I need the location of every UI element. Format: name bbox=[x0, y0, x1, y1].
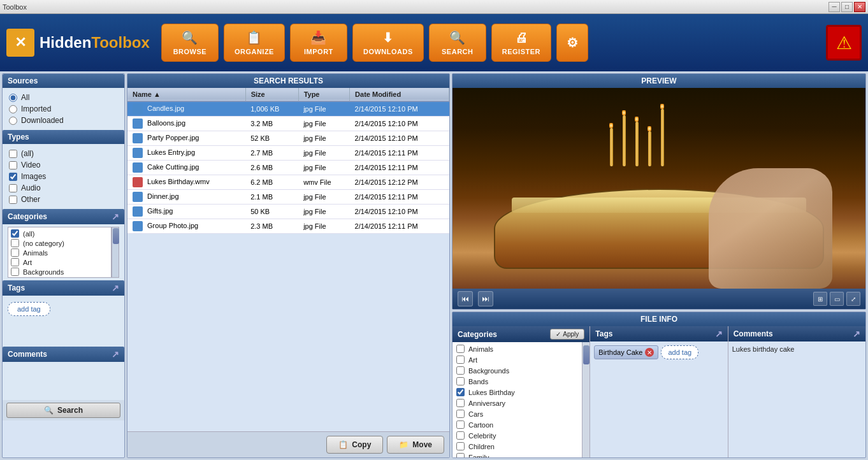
prev-button[interactable]: ⏮ bbox=[458, 291, 473, 306]
logo-toolbox: Toolbox bbox=[91, 34, 150, 51]
categories-section: (all) (no category) Animals Art bbox=[3, 224, 124, 280]
single-view-button[interactable]: ▭ bbox=[830, 292, 844, 306]
copy-button[interactable]: 📋 Copy bbox=[326, 436, 383, 454]
fileinfo-cat-label: Anniversary bbox=[468, 399, 505, 407]
settings-button[interactable]: ⚙ bbox=[556, 24, 588, 62]
file-type-icon bbox=[133, 133, 143, 143]
search-btn-container: 🔍 Search bbox=[3, 400, 124, 420]
categories-scrollbar-thumb bbox=[113, 228, 119, 244]
results-header: SEARCH RESULTS bbox=[127, 74, 449, 88]
fileinfo-cat-label: Family bbox=[468, 454, 489, 458]
fileinfo-cat-row[interactable]: Cars bbox=[454, 408, 581, 419]
file-name: Gifts.jpg bbox=[147, 207, 173, 215]
categories-list: (all) (no category) Animals Art bbox=[8, 227, 112, 278]
candle-5 bbox=[660, 104, 664, 166]
cat-backgrounds[interactable]: Backgrounds bbox=[10, 267, 110, 277]
file-type-icon bbox=[133, 206, 143, 217]
file-date-cell: 2/14/2015 12:11 PM bbox=[350, 146, 449, 161]
close-button[interactable]: ✕ bbox=[854, 2, 865, 12]
fileinfo-cat-row[interactable]: Anniversary bbox=[454, 398, 581, 408]
type-video[interactable]: Video bbox=[9, 159, 118, 171]
organize-button[interactable]: 📋 ORGANIZE bbox=[224, 24, 285, 62]
import-button[interactable]: 📥 IMPORT bbox=[290, 24, 347, 62]
table-row[interactable]: Cake Cutting.jpg 2.6 MB jpg File 2/14/20… bbox=[127, 161, 449, 175]
file-name: Group Photo.jpg bbox=[147, 222, 198, 229]
fileinfo-comments-expand-icon[interactable]: ↗ bbox=[853, 329, 860, 339]
file-name-cell: Cake Cutting.jpg bbox=[127, 161, 245, 175]
table-row[interactable]: Candles.jpg 1,006 KB jpg File 2/14/2015 … bbox=[127, 101, 449, 117]
type-images[interactable]: Images bbox=[9, 171, 118, 182]
downloads-button[interactable]: ⬇ DOWNLOADS bbox=[352, 24, 424, 62]
fileinfo-cat-row[interactable]: Backgrounds bbox=[454, 365, 581, 376]
col-size: Size bbox=[245, 88, 298, 101]
logo-area: ✕ HiddenToolbox bbox=[6, 29, 150, 57]
source-imported-label: Imported bbox=[21, 104, 51, 113]
file-name-cell: Gifts.jpg bbox=[127, 205, 245, 219]
fileinfo-cat-row[interactable]: Cartoon bbox=[454, 419, 581, 430]
fileinfo-cat-scrollbar[interactable] bbox=[582, 342, 590, 457]
search-button[interactable]: 🔍 SEARCH bbox=[429, 24, 486, 62]
candle-2 bbox=[622, 110, 626, 166]
type-other[interactable]: Other bbox=[9, 194, 118, 205]
minimize-button[interactable]: ─ bbox=[828, 2, 840, 12]
fileinfo-categories-col: Categories ✓ Apply Animals Art Backgroun… bbox=[452, 326, 590, 457]
sources-section: All Imported Downloaded bbox=[3, 88, 124, 130]
register-icon: 🖨 bbox=[515, 31, 528, 45]
tags-expand-icon[interactable]: ↗ bbox=[112, 283, 119, 293]
cat-animals[interactable]: Animals bbox=[10, 248, 110, 257]
table-row[interactable]: Group Photo.jpg 2.3 MB jpg File 2/14/201… bbox=[127, 219, 449, 234]
source-downloaded[interactable]: Downloaded bbox=[9, 115, 118, 126]
fileinfo-cat-row[interactable]: Art bbox=[454, 354, 581, 365]
tag-remove-button[interactable]: ✕ bbox=[645, 348, 654, 357]
type-all[interactable]: (all) bbox=[9, 148, 118, 159]
browse-button[interactable]: 🔍 BROWSE bbox=[161, 24, 219, 62]
search-btn-icon: 🔍 bbox=[44, 406, 54, 415]
source-all[interactable]: All bbox=[9, 92, 118, 103]
table-row[interactable]: Balloons.jpg 3.2 MB jpg File 2/14/2015 1… bbox=[127, 117, 449, 131]
file-name-cell: Dinner.jpg bbox=[127, 190, 245, 205]
apply-button[interactable]: ✓ Apply bbox=[550, 329, 584, 340]
add-tag-button[interactable]: add tag bbox=[8, 302, 50, 316]
col-date: Date Modified bbox=[350, 88, 449, 101]
fileinfo-header: FILE INFO bbox=[452, 312, 865, 326]
fileinfo-cat-label: Lukes Birthday bbox=[468, 389, 515, 396]
type-audio[interactable]: Audio bbox=[9, 182, 118, 194]
fileinfo-tags-expand-icon[interactable]: ↗ bbox=[715, 329, 723, 339]
apply-check-icon: ✓ bbox=[556, 331, 561, 338]
fileinfo-cat-row[interactable]: Children bbox=[454, 441, 581, 452]
file-date-cell: 2/14/2015 12:10 PM bbox=[350, 205, 449, 219]
file-table: Name ▲ Size Type Date Modified Candles.j… bbox=[127, 88, 449, 234]
fileinfo-cat-row[interactable]: Bands bbox=[454, 376, 581, 387]
table-row[interactable]: Lukes Entry.jpg 2.7 MB jpg File 2/14/201… bbox=[127, 146, 449, 161]
file-name: Dinner.jpg bbox=[147, 192, 179, 200]
fileinfo-cat-row[interactable]: Celebrity bbox=[454, 430, 581, 441]
fullscreen-button[interactable]: ⤢ bbox=[846, 292, 860, 306]
table-row[interactable]: Party Popper.jpg 52 KB jpg File 2/14/201… bbox=[127, 131, 449, 146]
move-button[interactable]: 📁 Move bbox=[387, 436, 444, 454]
next-button[interactable]: ⏭ bbox=[478, 291, 493, 306]
register-button[interactable]: 🖨 REGISTER bbox=[491, 24, 551, 62]
cat-all[interactable]: (all) bbox=[10, 229, 110, 238]
search-icon: 🔍 bbox=[449, 30, 466, 45]
source-imported[interactable]: Imported bbox=[9, 103, 118, 115]
categories-scrollbar[interactable] bbox=[112, 227, 119, 278]
file-name-cell: Candles.jpg bbox=[127, 101, 245, 117]
fileinfo-cat-label: Backgrounds bbox=[468, 367, 509, 375]
move-icon: 📁 bbox=[399, 440, 409, 449]
table-row[interactable]: Gifts.jpg 50 KB jpg File 2/14/2015 12:10… bbox=[127, 205, 449, 219]
maximize-button[interactable]: □ bbox=[841, 2, 853, 12]
fileinfo-add-tag-button[interactable]: add tag bbox=[661, 345, 698, 359]
search-execute-button[interactable]: 🔍 Search bbox=[6, 403, 120, 418]
grid-view-button[interactable]: ⊞ bbox=[813, 292, 827, 306]
fileinfo-cat-row[interactable]: Lukes Birthday bbox=[454, 387, 581, 398]
cat-no-category[interactable]: (no category) bbox=[10, 238, 110, 248]
table-row[interactable]: Dinner.jpg 2.1 MB jpg File 2/14/2015 12:… bbox=[127, 190, 449, 205]
fileinfo-cat-row[interactable]: Animals bbox=[454, 343, 581, 354]
fileinfo-cat-row[interactable]: Family bbox=[454, 452, 581, 457]
categories-expand-icon[interactable]: ↗ bbox=[112, 212, 119, 222]
comments-expand-icon[interactable]: ↗ bbox=[112, 349, 119, 359]
table-row[interactable]: Lukes Birthday.wmv 6.2 MB wmv File 2/14/… bbox=[127, 175, 449, 190]
fileinfo-cat-label: Cartoon bbox=[468, 421, 493, 429]
cat-art[interactable]: Art bbox=[10, 257, 110, 267]
fileinfo-comments-header: Comments ↗ bbox=[728, 326, 865, 341]
